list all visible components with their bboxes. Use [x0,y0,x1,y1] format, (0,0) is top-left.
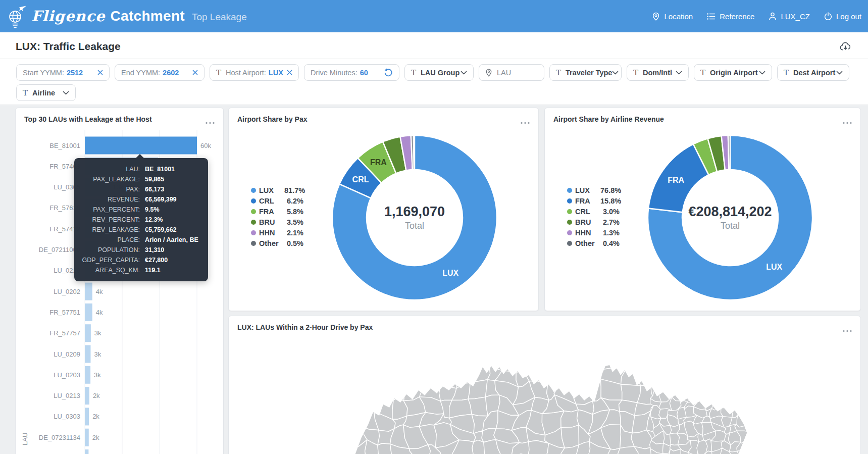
bar-LU_0202[interactable] [85,283,92,300]
svg-text:LUX: LUX [766,263,782,271]
chevron-down-icon [836,71,843,75]
svg-text:DE_07231134: DE_07231134 [39,434,80,441]
donut-chart-pax[interactable]: LUXCRLFRA1,169,070Total [229,108,539,312]
lau-map[interactable] [229,316,861,454]
filter-chip-traveler-type[interactable]: TTraveler Type [549,64,622,81]
tooltip-row: REV_PERCENT:12.3% [81,215,201,225]
chevron-down-icon [612,71,619,75]
svg-text:LU_0203: LU_0203 [54,371,80,379]
bar-LU_0209[interactable] [85,345,90,363]
svg-text:LU_0213: LU_0213 [54,392,80,399]
cloud-download-icon[interactable] [840,42,851,53]
clear-filter-icon[interactable] [97,70,103,75]
chevron-down-icon [63,91,69,95]
reset-filter-icon[interactable] [384,68,393,77]
svg-text:4k: 4k [96,309,103,316]
list-icon [707,13,716,20]
current-page-label: Top Leakage [192,12,247,23]
text-filter-icon: T [216,68,221,77]
text-filter-icon: T [633,68,638,77]
donut-chart-revenue[interactable]: LUXFRA€208,814,202Total [545,108,861,312]
nav-location[interactable]: Location [652,12,693,21]
text-filter-icon: T [23,88,28,97]
tooltip-row: AREA_SQ_KM:119.1 [81,265,201,275]
tooltip-row: GDP_PER_CAPITA:€27,800 [81,255,201,265]
text-filter-icon: T [411,68,416,77]
bar-LU_0501[interactable] [85,449,88,454]
header-nav: LocationReferenceLUX_CZLog out [652,0,861,32]
card-share-by-revenue: Airport Share by Airline Revenue LUX76.8… [544,108,861,311]
location-pin-icon [652,12,660,21]
app-header: Fligence Catchment Top Leakage LocationR… [0,0,868,32]
chip-value: 60 [360,69,368,77]
filter-chip-end-yymm[interactable]: End YYMM:2602 [115,64,205,81]
bar-LU_0213[interactable] [85,387,89,405]
tooltip-row: PAX:66,173 [81,184,201,194]
nav-reference[interactable]: Reference [707,12,754,21]
clear-filter-icon[interactable] [287,70,292,75]
clear-filter-icon[interactable] [192,70,198,75]
fligence-logo-icon [5,4,27,28]
svg-text:Total: Total [405,221,424,231]
chip-label: LAU Group [421,69,459,77]
svg-text:CRL: CRL [352,175,369,184]
pie-slice-Other[interactable] [728,135,730,170]
chip-value: LUX [269,69,283,77]
tooltip-row: POPULATION:31,310 [81,245,201,255]
svg-text:FR_57751: FR_57751 [49,309,80,316]
tooltip-row: REVENUE:€6,569,399 [81,194,201,205]
bar-FR_57751[interactable] [85,304,92,321]
svg-text:2k: 2k [92,434,99,441]
svg-text:BE_81001: BE_81001 [49,142,80,149]
filter-chip-dom-intl[interactable]: TDom/Intl [627,64,689,81]
svg-text:3k: 3k [94,329,101,337]
bar-LU_0303[interactable] [85,408,89,425]
filter-chip-dest-airport[interactable]: TDest Airport [777,64,849,81]
tooltip-row: PLACE:Arlon / Aarlen, BE [81,235,201,245]
page-title: LUX: Traffic Leakage [16,40,121,53]
bar-LU_0203[interactable] [85,366,90,384]
chip-label: Host Airport: [226,69,266,77]
bar-BE_81001[interactable] [85,137,197,155]
chevron-down-icon [759,71,765,75]
chip-value: 2512 [67,69,83,77]
svg-text:4k: 4k [96,288,103,295]
filter-chip-start-yymm[interactable]: Start YYMM:2512 [16,64,110,81]
power-icon [824,12,832,20]
svg-text:3k: 3k [94,371,101,379]
filter-chip-origin-airport[interactable]: TOrigin Airport [694,64,772,81]
chip-label: Airline [32,89,55,97]
text-filter-icon: T [556,68,561,77]
filter-chip-drive-minutes[interactable]: Drive Minutes:60 [304,64,399,81]
filter-chip-airline[interactable]: TAirline [16,84,76,101]
bar-FR_57757[interactable] [85,324,91,342]
svg-text:LU_0303: LU_0303 [54,413,80,420]
filter-chip-lau-group[interactable]: TLAU Group [404,64,474,81]
nav-logout[interactable]: Log out [824,12,861,21]
chip-label: Traveler Type [566,69,612,77]
title-bar: LUX: Traffic Leakage [0,32,868,59]
chip-label: Dest Airport [793,69,835,77]
tooltip-row: LAU:BE_81001 [81,164,201,174]
tooltip-row: PAX_PERCENT:9.5% [81,205,201,215]
svg-text:FRA: FRA [370,158,387,167]
svg-text:FR_57757: FR_57757 [49,329,80,337]
bar-DE_07231134[interactable] [85,429,89,446]
chip-label: End YYMM: [121,69,160,77]
brand[interactable]: Fligence Catchment Top Leakage [5,4,247,28]
product-name: Catchment [111,8,185,24]
svg-text:1,169,070: 1,169,070 [384,204,445,219]
location-pin-icon [485,69,492,77]
filter-chip-lau[interactable]: LAU [479,64,544,81]
card-lau-map: LUX: LAUs Within a 2-Hour Drive by Pax [228,316,861,454]
nav-user[interactable]: LUX_CZ [769,12,810,21]
svg-text:60k: 60k [200,142,211,149]
chevron-down-icon [676,71,682,75]
svg-text:3k: 3k [94,350,101,358]
brand-name: Fligence [31,8,106,25]
filter-chip-host-airport[interactable]: THost Airport:LUX [210,64,299,81]
tooltip-row: PAX_LEAKAGE:59,865 [81,174,201,184]
chip-label: Drive Minutes: [311,69,358,77]
chart-tooltip: LAU:BE_81001PAX_LEAKAGE:59,865PAX:66,173… [74,158,208,281]
svg-text:Total: Total [721,221,740,231]
